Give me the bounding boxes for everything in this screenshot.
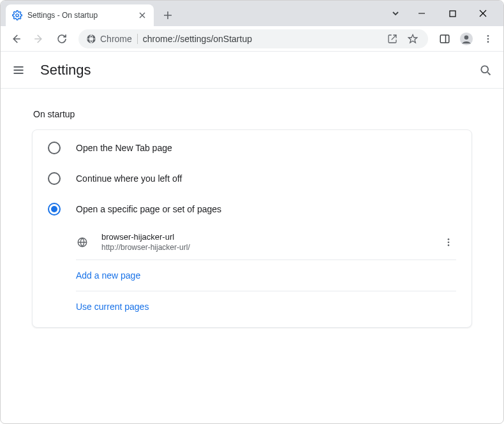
settings-content: On startup Open the New Tab page Continu… [1, 89, 503, 328]
browser-toolbar: Chrome chrome://settings/onStartup [1, 26, 503, 52]
chrome-label: Chrome [100, 34, 132, 44]
svg-rect-1 [450, 11, 456, 17]
svg-point-12 [448, 238, 450, 240]
startup-page-row: browser-hijacker-url http://browser-hija… [76, 224, 456, 260]
divider [137, 34, 138, 44]
close-icon[interactable] [137, 10, 147, 20]
share-icon[interactable] [385, 31, 400, 47]
search-icon[interactable] [478, 62, 493, 78]
radio-specific-pages[interactable]: Open a specific page or set of pages [33, 194, 471, 224]
svg-point-6 [464, 35, 469, 40]
startup-card: Open the New Tab page Continue where you… [32, 129, 472, 328]
tab-title: Settings - On startup [27, 11, 132, 20]
use-current-pages-link[interactable]: Use current pages [76, 291, 456, 325]
page-actions-icon[interactable] [441, 235, 456, 250]
window-controls [386, 1, 503, 26]
back-button[interactable] [6, 29, 26, 49]
minimize-button[interactable] [408, 4, 436, 23]
radio-label: Open the New Tab page [76, 143, 172, 153]
radio-icon [48, 203, 61, 216]
menu-icon[interactable] [11, 62, 26, 78]
svg-point-9 [487, 41, 489, 43]
reload-button[interactable] [52, 29, 72, 49]
url-text: chrome://settings/onStartup [143, 34, 380, 44]
svg-rect-4 [440, 35, 449, 43]
svg-point-8 [487, 38, 489, 40]
radio-continue[interactable]: Continue where you left off [33, 163, 471, 194]
tab-search-button[interactable] [386, 4, 405, 23]
address-bar[interactable]: Chrome chrome://settings/onStartup [78, 29, 428, 48]
svg-point-7 [487, 35, 489, 37]
close-window-button[interactable] [469, 4, 497, 23]
bookmark-icon[interactable] [405, 31, 420, 47]
forward-button[interactable] [29, 29, 49, 49]
globe-icon [76, 236, 89, 249]
specific-pages-subsection: browser-hijacker-url http://browser-hija… [33, 224, 471, 325]
svg-point-14 [448, 244, 450, 246]
browser-tab[interactable]: Settings - On startup [6, 4, 154, 26]
section-heading: On startup [33, 109, 472, 119]
profile-icon[interactable] [456, 29, 477, 49]
svg-point-10 [481, 66, 488, 73]
svg-point-13 [448, 241, 450, 243]
kebab-icon[interactable] [478, 29, 498, 49]
maximize-button[interactable] [438, 4, 466, 23]
radio-label: Open a specific page or set of pages [76, 204, 221, 214]
settings-header: Settings [1, 52, 503, 89]
startup-page-url: http://browser-hijacker-url/ [101, 243, 428, 252]
window-titlebar: Settings - On startup [1, 1, 503, 26]
radio-new-tab[interactable]: Open the New Tab page [33, 133, 471, 163]
page-title: Settings [40, 62, 91, 78]
new-tab-button[interactable] [159, 6, 177, 24]
site-security[interactable]: Chrome [86, 34, 132, 44]
startup-page-title: browser-hijacker-url [101, 232, 428, 242]
radio-label: Continue where you left off [76, 173, 182, 184]
add-new-page-link[interactable]: Add a new page [76, 260, 456, 291]
svg-point-0 [16, 14, 19, 17]
radio-icon [48, 172, 61, 185]
side-panel-icon[interactable] [434, 29, 455, 49]
radio-icon [48, 142, 61, 154]
gear-icon [12, 10, 22, 20]
